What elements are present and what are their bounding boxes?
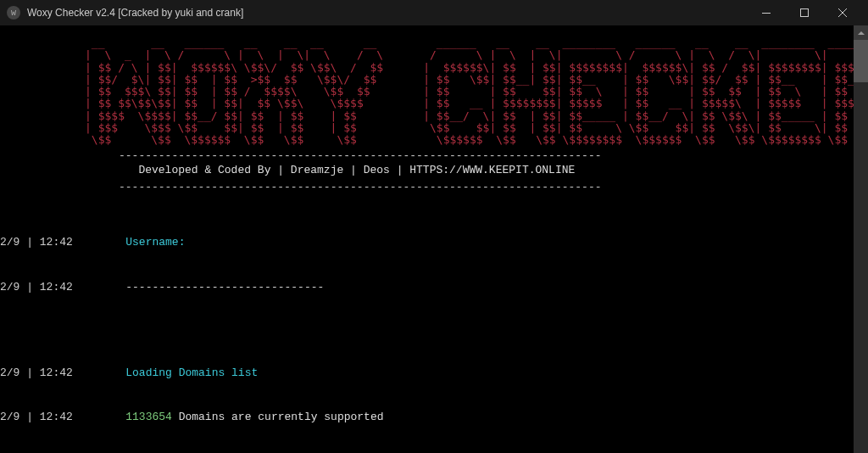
divider-top: ----------------------------------------…	[0, 148, 854, 164]
vertical-scrollbar[interactable]	[854, 25, 868, 453]
timestamp: 2/9 | 12:42	[0, 411, 73, 423]
domains-count: 1133654	[125, 411, 172, 423]
scrollbar-up-button[interactable]	[854, 25, 868, 40]
divider-bottom: ----------------------------------------…	[0, 180, 854, 195]
window-controls	[747, 0, 861, 25]
log-area: 2/9 | 12:42 Username: 2/9 | 12:42 ------…	[0, 205, 854, 453]
maximize-icon	[800, 8, 809, 17]
loading-domains-label: Loading Domains list	[125, 366, 258, 379]
close-icon	[838, 8, 847, 17]
timestamp: 2/9 | 12:42	[0, 236, 73, 249]
domains-suffix: Domains are currently supported	[172, 411, 384, 423]
svg-rect-1	[800, 9, 808, 17]
svg-rect-0	[762, 13, 771, 14]
username-label: Username:	[125, 236, 185, 249]
log-row: 2/9 | 12:42 1133654 Domains are currentl…	[0, 410, 854, 425]
credits-line: Developed & Coded By | Dreamzje | Deos |…	[0, 163, 854, 178]
close-button[interactable]	[823, 0, 861, 25]
timestamp: 2/9 | 12:42	[0, 366, 73, 379]
minimize-button[interactable]	[747, 0, 785, 25]
log-row: 2/9 | 12:42 Loading Domains list	[0, 366, 854, 381]
app-icon: w	[7, 6, 20, 20]
log-row: 2/9 | 12:42 ----------------------------…	[0, 280, 854, 295]
titlebar: w Woxy Checker v2.4 [Cracked by yuki and…	[0, 0, 868, 25]
ascii-logo: __ __ ______ __ __ __ __ ______ __ __ __…	[0, 37, 854, 147]
terminal-output: __ __ ______ __ __ __ __ ______ __ __ __…	[0, 25, 854, 453]
log-row: 2/9 | 12:42 Username:	[0, 235, 854, 250]
scrollbar-thumb[interactable]	[854, 40, 868, 82]
window-title: Woxy Checker v2.4 [Cracked by yuki and c…	[27, 7, 747, 19]
timestamp: 2/9 | 12:42	[0, 281, 73, 294]
maximize-button[interactable]	[785, 0, 823, 25]
chevron-up-icon	[858, 31, 865, 35]
username-dashes: ------------------------------	[125, 281, 324, 294]
minimize-icon	[762, 13, 771, 14]
